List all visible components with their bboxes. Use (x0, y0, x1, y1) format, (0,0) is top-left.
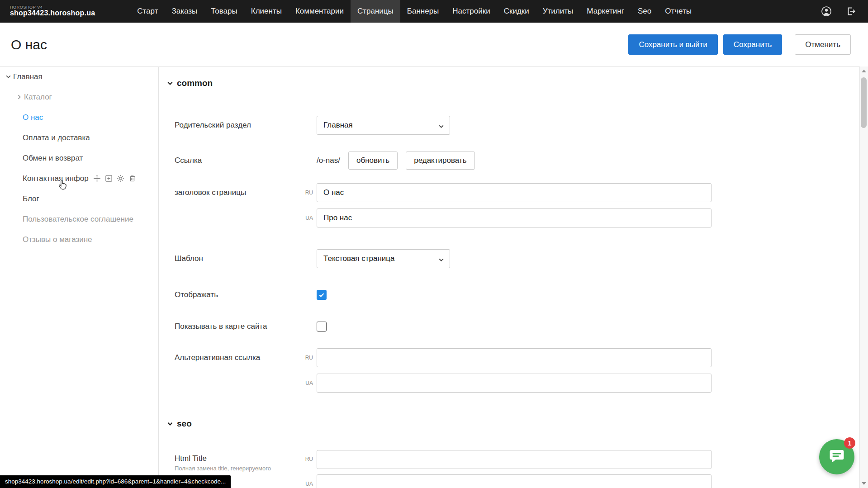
brand[interactable]: HOROSHOP V4 shop34423.horoshop.ua (10, 5, 95, 17)
select-value: Главная (323, 121, 353, 130)
tree-item-exchange-return[interactable]: Обмен и возврат (0, 148, 158, 168)
main-menu: Старт Заказы Товары Клиенты Комментарии … (130, 0, 698, 23)
check-icon (318, 292, 325, 298)
sitemap-checkbox[interactable] (317, 322, 327, 332)
menu-item-comments[interactable]: Комментарии (289, 0, 351, 23)
scrollbar-thumb[interactable] (861, 77, 867, 128)
logout-icon[interactable] (845, 6, 856, 17)
template-row: Шаблон Текстовая страница (159, 249, 860, 268)
page-header: О нас Сохранить и выйти Сохранить Отмени… (0, 23, 868, 67)
tree-item-label: Отзывы о магазине (23, 235, 92, 244)
header-buttons: Сохранить и выйти Сохранить Отменить (628, 34, 851, 55)
menu-item-pages[interactable]: Страницы (351, 0, 400, 23)
menu-item-orders[interactable]: Заказы (165, 0, 204, 23)
lang-badge-ua: UA (302, 380, 313, 386)
page-title-ua-input[interactable] (317, 208, 711, 227)
tree-item-about[interactable]: О нас (0, 107, 158, 128)
edit-link-button[interactable]: редактировать (406, 152, 474, 170)
html-title-ua-row: UA (159, 474, 860, 488)
alt-link-ua-row: UA (159, 374, 860, 393)
menu-item-utilities[interactable]: Утилиты (536, 0, 580, 23)
chat-bubble-icon (828, 447, 845, 466)
field-label: заголовок страницы (175, 188, 302, 197)
alt-link-ua-input[interactable] (317, 374, 711, 393)
lang-badge-ru: RU (302, 355, 313, 361)
trash-icon[interactable] (128, 175, 136, 182)
tree-item-tools (93, 175, 136, 182)
field-label: Шаблон (175, 254, 317, 263)
tree-item-home[interactable]: Главная (0, 66, 158, 87)
lang-badge-ua: UA (302, 481, 313, 487)
sitemap-row: Показывать в карте сайта (159, 321, 860, 332)
field-hint: Полная замена title, генерируемого (175, 465, 302, 472)
tree-item-user-agreement[interactable]: Пользовательское соглашение (0, 209, 158, 229)
account-icon[interactable] (821, 6, 832, 17)
field-label: Альтернативная ссылка (175, 353, 302, 362)
brand-domain: shop34423.horoshop.ua (10, 9, 95, 17)
menu-item-reports[interactable]: Отчеты (658, 0, 698, 23)
html-title-ru-row: Html Title Полная замена title, генериру… (159, 450, 860, 469)
field-label-group: Html Title Полная замена title, генериру… (175, 454, 302, 472)
menu-item-discounts[interactable]: Скидки (497, 0, 536, 23)
chevron-right-icon[interactable] (16, 94, 23, 100)
tree-item-label: Главная (13, 72, 43, 81)
topbar: HOROSHOP V4 shop34423.horoshop.ua Старт … (0, 0, 868, 23)
tree-item-label: Контактная инфор (23, 174, 89, 183)
scroll-down-arrow-icon[interactable] (862, 482, 866, 485)
menu-item-clients[interactable]: Клиенты (244, 0, 289, 23)
tree-item-payment-delivery[interactable]: Оплата и доставка (0, 128, 158, 148)
display-row: Отображать (159, 289, 860, 300)
vertical-scrollbar[interactable] (859, 66, 868, 488)
page-edit-form: common Родительский раздел Главная Ссылк… (159, 66, 860, 488)
lang-badge-ru: RU (302, 456, 313, 462)
save-button[interactable]: Сохранить (723, 34, 782, 55)
chevron-down-icon (438, 256, 444, 265)
scroll-up-arrow-icon[interactable] (862, 70, 866, 72)
tree-item-label: Пользовательское соглашение (23, 215, 133, 224)
tree-item-store-reviews[interactable]: Отзывы о магазине (0, 229, 158, 250)
page-title: О нас (11, 37, 47, 52)
tree-item-label: Каталог (24, 93, 52, 102)
lang-badge-ua: UA (302, 215, 313, 221)
display-checkbox[interactable] (317, 290, 327, 300)
cancel-button[interactable]: Отменить (795, 34, 851, 55)
field-label: Отображать (175, 290, 317, 299)
menu-item-products[interactable]: Товары (204, 0, 244, 23)
menu-item-settings[interactable]: Настройки (446, 0, 497, 23)
parent-section-row: Родительский раздел Главная (159, 116, 860, 135)
move-icon[interactable] (93, 175, 101, 182)
html-title-ua-input[interactable] (317, 474, 711, 488)
page-title-ru-row: заголовок страницы RU (159, 183, 860, 202)
tree-item-contact-info[interactable]: Контактная инфор (0, 168, 158, 189)
gear-icon[interactable] (117, 175, 124, 182)
field-label: Показывать в карте сайта (175, 322, 317, 331)
tree-item-blog[interactable]: Блог (0, 189, 158, 209)
chevron-down-icon[interactable] (5, 74, 12, 80)
menu-item-start[interactable]: Старт (130, 0, 165, 23)
plus-square-icon[interactable] (105, 175, 113, 182)
alt-link-ru-input[interactable] (317, 348, 711, 367)
page-title-ru-input[interactable] (317, 183, 711, 202)
section-common[interactable]: common (167, 78, 213, 88)
tree-item-label: Обмен и возврат (23, 154, 83, 163)
chat-widget-button[interactable]: 1 (819, 439, 854, 474)
menu-item-seo[interactable]: Seo (631, 0, 658, 23)
link-status-bar: shop34423.horoshop.ua/edit/edit.php?id=6… (0, 475, 231, 488)
link-row: Ссылка /o-nas/ обновить редактировать (159, 152, 860, 169)
save-and-exit-button[interactable]: Сохранить и выйти (628, 34, 717, 55)
chevron-down-icon (438, 123, 444, 132)
tree-item-label: Блог (23, 194, 39, 204)
chevron-down-icon (167, 80, 173, 86)
tree-item-catalog[interactable]: Каталог (0, 87, 158, 107)
link-path: /o-nas/ (317, 156, 340, 165)
refresh-link-button[interactable]: обновить (348, 152, 398, 170)
alt-link-ru-row: Альтернативная ссылка RU (159, 348, 860, 367)
field-label: Html Title (175, 454, 302, 463)
html-title-ru-input[interactable] (317, 450, 711, 469)
menu-item-banners[interactable]: Баннеры (400, 0, 446, 23)
parent-section-select[interactable]: Главная (317, 116, 450, 135)
field-label: Ссылка (175, 156, 317, 165)
section-seo[interactable]: seo (167, 419, 192, 429)
template-select[interactable]: Текстовая страница (317, 249, 450, 268)
menu-item-marketing[interactable]: Маркетинг (580, 0, 631, 23)
